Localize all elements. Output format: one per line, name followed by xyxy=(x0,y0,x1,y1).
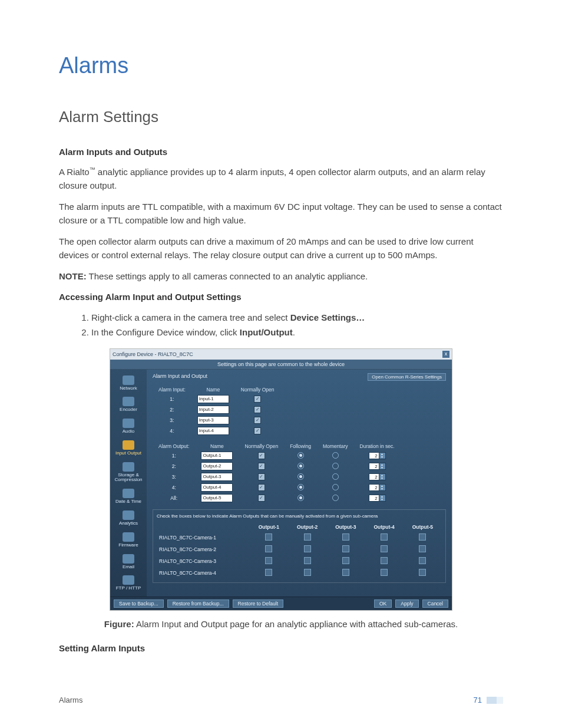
open-common-settings-button[interactable]: Open Common R-Series Settings xyxy=(368,373,446,381)
nav-icon xyxy=(123,397,134,406)
matrix-checkbox[interactable] xyxy=(265,533,272,541)
matrix-checkbox[interactable] xyxy=(381,545,388,552)
normally-open-checkbox[interactable]: ✓ xyxy=(254,406,261,413)
sidebar-item-analytics[interactable]: Analytics xyxy=(111,507,146,529)
column-header: Momentary xyxy=(317,442,354,450)
following-radio[interactable] xyxy=(297,473,304,480)
alarm-output-row: 3:Output-3✓2▲▼ xyxy=(153,472,401,482)
row-index: 2: xyxy=(153,404,191,415)
nav-icon xyxy=(123,462,134,472)
momentary-radio[interactable] xyxy=(332,463,339,469)
caption-text: Alarm Input and Output page for an analy… xyxy=(134,619,458,629)
save-to-backup--button[interactable]: Save to Backup... xyxy=(114,599,164,608)
camera-name: RIALTO_8C7C-Camera-1 xyxy=(157,532,250,543)
sidebar-item-firmware[interactable]: Firmware xyxy=(111,529,146,551)
column-header: Alarm Output: xyxy=(153,442,195,450)
matrix-col-header: Output-5 xyxy=(404,522,442,532)
matrix-checkbox[interactable] xyxy=(342,557,349,564)
normally-open-checkbox[interactable]: ✓ xyxy=(258,473,265,480)
duration-spinner[interactable]: 2▲▼ xyxy=(369,463,386,470)
following-radio[interactable] xyxy=(297,484,304,490)
camera-output-matrix: Output-1Output-2Output-3Output-4Output-5… xyxy=(157,522,442,579)
normally-open-checkbox[interactable]: ✓ xyxy=(254,396,261,403)
input-name-field[interactable]: Input-4 xyxy=(197,427,229,435)
matrix-row: RIALTO_8C7C-Camera-3 xyxy=(157,555,442,567)
alarm-input-row: 4:Input-4✓ xyxy=(153,426,280,436)
restore-to-default-button[interactable]: Restore to Default xyxy=(233,599,284,608)
following-radio[interactable] xyxy=(297,452,304,459)
row-index: 1: xyxy=(153,394,191,404)
following-radio[interactable] xyxy=(297,495,304,501)
duration-spinner[interactable]: 2▲▼ xyxy=(369,495,386,502)
output-name-field[interactable]: Output-5 xyxy=(201,494,233,502)
input-name-field[interactable]: Input-2 xyxy=(197,406,229,414)
row-index: 1: xyxy=(153,450,195,461)
input-name-field[interactable]: Input-1 xyxy=(197,395,229,403)
output-name-field[interactable]: Output-3 xyxy=(201,473,233,481)
alarm-input-row: 2:Input-2✓ xyxy=(153,404,280,415)
matrix-checkbox[interactable] xyxy=(419,533,426,541)
matrix-checkbox[interactable] xyxy=(342,545,349,552)
matrix-checkbox[interactable] xyxy=(381,533,388,541)
row-index: 3: xyxy=(153,472,195,482)
restore-from-backup--button[interactable]: Restore from Backup... xyxy=(167,599,229,608)
paragraph: A Rialto™ analytic appliance provides up… xyxy=(59,165,503,192)
normally-open-checkbox[interactable]: ✓ xyxy=(258,452,265,459)
following-radio[interactable] xyxy=(297,463,304,469)
alarm-output-row: All:Output-5✓2▲▼ xyxy=(153,493,401,503)
matrix-checkbox[interactable] xyxy=(342,533,349,541)
duration-spinner[interactable]: 2▲▼ xyxy=(369,452,386,459)
matrix-checkbox[interactable] xyxy=(419,545,426,552)
sidebar-item-ftp-http[interactable]: FTP / HTTP xyxy=(111,572,146,594)
normally-open-checkbox[interactable]: ✓ xyxy=(258,495,265,502)
normally-open-checkbox[interactable]: ✓ xyxy=(258,484,265,491)
column-header: Normally Open xyxy=(239,442,284,450)
matrix-checkbox[interactable] xyxy=(265,557,272,564)
matrix-checkbox[interactable] xyxy=(304,557,311,564)
output-name-field[interactable]: Output-2 xyxy=(201,462,233,470)
nav-label: Audio xyxy=(111,429,146,434)
momentary-radio[interactable] xyxy=(332,473,339,480)
momentary-radio[interactable] xyxy=(332,484,339,490)
output-name-field[interactable]: Output-1 xyxy=(201,452,233,460)
duration-spinner[interactable]: 2▲▼ xyxy=(369,484,386,491)
sidebar-item-date-time[interactable]: Date & Time xyxy=(111,485,146,507)
input-name-field[interactable]: Input-3 xyxy=(197,416,229,424)
matrix-row: RIALTO_8C7C-Camera-4 xyxy=(157,567,442,579)
matrix-checkbox[interactable] xyxy=(265,569,272,576)
matrix-checkbox[interactable] xyxy=(419,569,426,576)
matrix-checkbox[interactable] xyxy=(304,569,311,576)
cancel-button[interactable]: Cancel xyxy=(422,599,448,608)
ok-button[interactable]: OK xyxy=(374,599,392,608)
footer-section-name: Alarms xyxy=(59,696,82,704)
normally-open-checkbox[interactable]: ✓ xyxy=(258,463,265,470)
text: A Rialto xyxy=(59,167,90,177)
matrix-checkbox[interactable] xyxy=(304,533,311,541)
matrix-checkbox[interactable] xyxy=(342,569,349,576)
manual-activation-box: Check the boxes below to indicate Alarm … xyxy=(153,509,446,583)
sidebar-item-encoder[interactable]: Encoder xyxy=(111,393,146,415)
normally-open-checkbox[interactable]: ✓ xyxy=(254,417,261,424)
apply-button[interactable]: Apply xyxy=(395,599,418,608)
matrix-checkbox[interactable] xyxy=(419,557,426,564)
nav-label: Email xyxy=(111,565,146,570)
duration-spinner[interactable]: 2▲▼ xyxy=(369,473,386,480)
sidebar-item-storage-compression[interactable]: Storage & Compression xyxy=(111,459,146,486)
normally-open-checkbox[interactable]: ✓ xyxy=(254,427,261,434)
momentary-radio[interactable] xyxy=(332,495,339,501)
close-icon[interactable]: x xyxy=(442,351,449,358)
matrix-checkbox[interactable] xyxy=(265,545,272,552)
matrix-checkbox[interactable] xyxy=(381,569,388,576)
nav-label: Network xyxy=(111,386,146,391)
momentary-radio[interactable] xyxy=(332,452,339,459)
text: Right-click a camera in the camera tree … xyxy=(91,312,290,322)
sidebar-item-email[interactable]: Email xyxy=(111,551,146,572)
sidebar-item-input-output[interactable]: Input Output xyxy=(111,437,146,459)
sidebar-item-network[interactable]: Network xyxy=(111,372,146,394)
matrix-checkbox[interactable] xyxy=(381,557,388,564)
common-settings-banner: Settings on this page are common to the … xyxy=(110,360,452,370)
sidebar-item-audio[interactable]: Audio xyxy=(111,415,146,437)
output-name-field[interactable]: Output-4 xyxy=(201,483,233,492)
camera-name: RIALTO_8C7C-Camera-3 xyxy=(157,555,250,567)
matrix-checkbox[interactable] xyxy=(304,545,311,552)
